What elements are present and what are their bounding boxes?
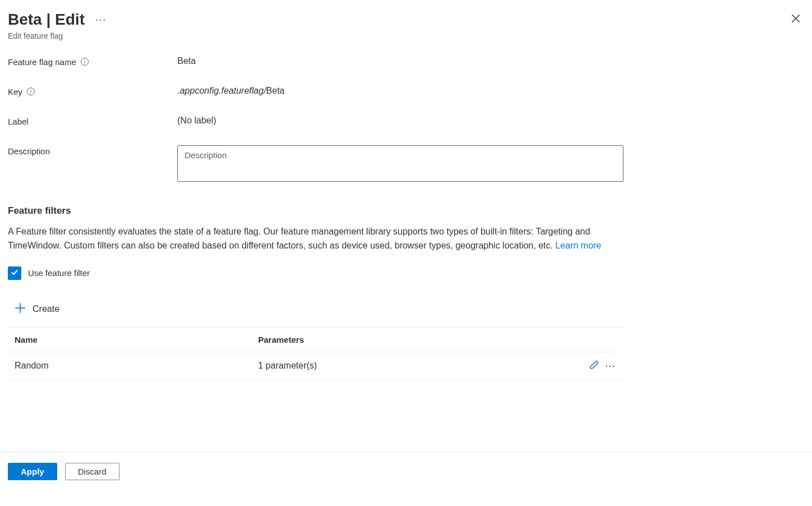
name-value: Beta [177, 56, 626, 66]
check-icon [10, 268, 19, 278]
key-suffix: Beta [266, 86, 285, 95]
edit-icon[interactable] [589, 360, 599, 372]
filters-table: Name Parameters Random 1 parameter(s) ⋯ [8, 327, 622, 380]
label-label: Label [8, 117, 29, 126]
discard-button[interactable]: Discard [65, 463, 120, 480]
label-value: (No label) [177, 116, 626, 126]
description-label: Description [8, 146, 50, 156]
learn-more-link[interactable]: Learn more [556, 241, 602, 250]
key-prefix: .appconfig.featureflag/ [177, 86, 266, 95]
footer: Apply Discard [0, 452, 812, 480]
more-icon[interactable]: ⋯ [605, 360, 616, 372]
key-value: .appconfig.featureflag/Beta [177, 86, 626, 96]
table-row: Random 1 parameter(s) ⋯ [8, 352, 622, 380]
filter-name: Random [15, 361, 246, 371]
name-label: Feature flag name [8, 57, 76, 67]
create-label: Create [33, 304, 59, 314]
info-icon[interactable]: i [27, 88, 35, 95]
col-name-header: Name [15, 335, 246, 344]
apply-button[interactable]: Apply [8, 463, 57, 480]
more-icon[interactable]: ⋯ [95, 14, 107, 25]
filters-description-text: A Feature filter consistently evaluates … [8, 227, 590, 251]
page-title: Beta | Edit [8, 10, 85, 29]
col-params-header: Parameters [246, 335, 571, 344]
filters-description: A Feature filter consistently evaluates … [8, 224, 625, 253]
use-filter-checkbox[interactable] [8, 266, 21, 280]
page-subtitle: Edit feature flag [8, 31, 107, 40]
key-label: Key [8, 87, 22, 96]
filters-heading: Feature filters [8, 205, 804, 217]
use-filter-label: Use feature filter [28, 268, 90, 278]
description-input[interactable] [177, 145, 623, 182]
close-icon [791, 16, 801, 25]
close-button[interactable] [787, 10, 804, 29]
create-button[interactable]: Create [8, 302, 804, 316]
filter-params: 1 parameter(s) [246, 361, 571, 371]
plus-icon [15, 302, 26, 316]
page-header: Beta | Edit ⋯ Edit feature flag [8, 10, 804, 40]
info-icon[interactable]: i [81, 58, 89, 66]
